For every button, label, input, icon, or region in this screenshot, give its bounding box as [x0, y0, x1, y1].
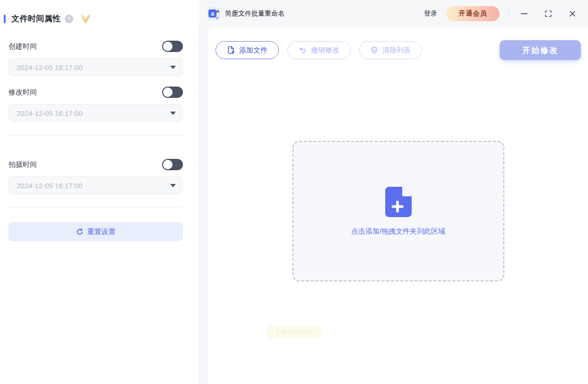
chevron-down-icon — [170, 184, 176, 187]
modified-time-value: 2024-12-05 16:17:00 — [17, 109, 82, 117]
reset-icon — [76, 228, 84, 236]
titlebar: a A 简鹿文件批量重命名 登录 开通会员 — [199, 0, 588, 27]
modified-time-date-input[interactable]: 2024-12-05 16:17:00 — [9, 104, 183, 122]
dropzone-hint: 点击添加/拖拽文件夹到此区域 — [351, 227, 445, 236]
capture-time-date-input[interactable]: 2024-12-05 16:17:00 — [9, 176, 183, 194]
help-icon[interactable]: ? — [65, 15, 73, 23]
accent-bar — [4, 15, 6, 23]
creation-time-value: 2024-12-05 16:17:00 — [17, 63, 82, 71]
clear-brush-icon — [371, 46, 378, 54]
maximize-button[interactable] — [542, 8, 554, 20]
app-identity: a A 简鹿文件批量重命名 — [207, 7, 285, 20]
titlebar-divider — [509, 9, 509, 18]
watermark: 1761806713 — [267, 325, 321, 339]
undo-icon — [299, 46, 307, 54]
modified-time-row: 修改时间 — [9, 87, 183, 98]
start-modify-button[interactable]: 开始修改 — [500, 40, 581, 60]
undo-button[interactable]: 撤销修改 — [287, 41, 351, 59]
chevron-down-icon — [170, 66, 176, 69]
creation-time-label: 创建时间 — [9, 42, 37, 51]
dropzone[interactable]: 点击添加/拖拽文件夹到此区域 — [293, 141, 504, 281]
capture-time-row: 拍摄时间 — [9, 159, 183, 170]
logo-arrow-icon — [216, 17, 219, 19]
file-add-icon — [227, 46, 235, 54]
file-plus-icon — [385, 187, 412, 217]
toolbar: 添加文件 撤销修改 — [216, 40, 581, 60]
toggle-knob — [163, 160, 173, 169]
add-files-button[interactable]: 添加文件 — [216, 41, 279, 59]
logo-mini-letter: A — [216, 9, 220, 14]
app-window: 文件时间属性 ? 创建时间 2024-12-05 16:17:00 修改时间 — [0, 0, 588, 384]
modified-time-label: 修改时间 — [9, 88, 37, 97]
window-title: 简鹿文件批量重命名 — [225, 9, 285, 18]
undo-label: 撤销修改 — [311, 46, 339, 55]
sidebar-title: 文件时间属性 — [11, 13, 61, 24]
reset-label: 重置设置 — [87, 227, 116, 236]
reset-settings-button[interactable]: 重置设置 — [9, 222, 183, 241]
creation-time-toggle[interactable] — [162, 41, 183, 52]
creation-time-row: 创建时间 — [9, 41, 183, 52]
chevron-down-icon — [170, 112, 176, 115]
open-membership-button[interactable]: 开通会员 — [446, 6, 500, 21]
logo-letter: a — [208, 9, 216, 17]
capture-time-label: 拍摄时间 — [9, 160, 37, 169]
capture-time-toggle[interactable] — [162, 159, 183, 170]
toggle-knob — [163, 87, 173, 97]
creation-time-date-input[interactable]: 2024-12-05 16:17:00 — [9, 58, 183, 76]
main-panel: a A 简鹿文件批量重命名 登录 开通会员 — [199, 0, 588, 384]
section-divider — [9, 135, 183, 136]
capture-time-value: 2024-12-05 16:17:00 — [17, 182, 82, 190]
section-divider — [9, 208, 183, 208]
login-link[interactable]: 登录 — [424, 9, 437, 18]
titlebar-actions: 登录 开通会员 — [424, 6, 579, 21]
add-files-label: 添加文件 — [239, 46, 268, 55]
sidebar: 文件时间属性 ? 创建时间 2024-12-05 16:17:00 修改时间 — [0, 0, 199, 384]
sidebar-header: 文件时间属性 ? — [9, 13, 183, 24]
content-area: 添加文件 撤销修改 — [208, 27, 588, 384]
toggle-knob — [163, 42, 173, 51]
clear-list-button[interactable]: 清除列表 — [359, 41, 422, 59]
app-logo-icon: a A — [207, 7, 220, 20]
close-button[interactable] — [566, 8, 579, 20]
minimize-button[interactable] — [518, 8, 530, 20]
clear-list-label: 清除列表 — [382, 46, 411, 55]
vip-crown-icon — [81, 15, 90, 23]
modified-time-toggle[interactable] — [162, 87, 183, 98]
